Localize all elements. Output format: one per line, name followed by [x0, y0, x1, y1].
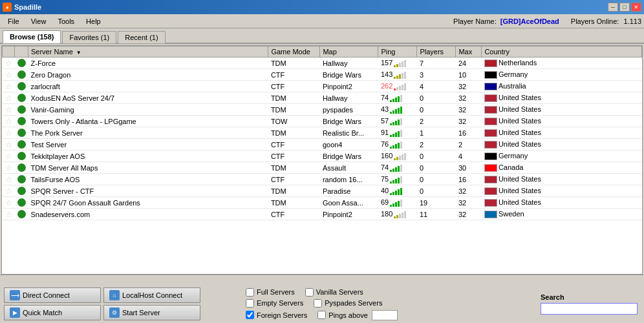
direct-connect-button[interactable]: ⟶ Direct Connect	[4, 287, 101, 303]
filter-pings-above[interactable]: Pings above 150	[317, 310, 398, 320]
star-cell[interactable]: ☆	[3, 151, 15, 162]
menu-file[interactable]: File	[3, 16, 25, 26]
server-name-cell[interactable]: Vanir-Gaming	[28, 104, 268, 116]
tab-browse[interactable]: Browse (158)	[3, 30, 61, 43]
favorite-star[interactable]: ☆	[5, 105, 12, 114]
star-cell[interactable]: ☆	[3, 57, 15, 69]
table-row[interactable]: ☆ Test Server CTF goon4 76 2 2 United St…	[3, 139, 642, 151]
col-gamemode[interactable]: Game Mode	[268, 47, 320, 57]
tab-favorites[interactable]: Favorites (1)	[62, 31, 116, 43]
server-name-cell[interactable]: XodusEN AoS Server 24/7	[28, 92, 268, 104]
star-cell[interactable]: ☆	[3, 139, 15, 151]
start-server-button[interactable]: ⚙ Start Server	[103, 305, 200, 320]
star-cell[interactable]: ☆	[3, 81, 15, 92]
favorite-star[interactable]: ☆	[5, 187, 12, 196]
col-star[interactable]	[3, 47, 15, 57]
server-name-cell[interactable]: TailsFurse AOS	[28, 174, 268, 185]
server-name-cell[interactable]: TDM Server All Maps	[28, 162, 268, 174]
star-cell[interactable]: ☆	[3, 197, 15, 209]
favorite-star[interactable]: ☆	[5, 59, 12, 68]
star-cell[interactable]: ☆	[3, 174, 15, 185]
table-row[interactable]: ☆ Vanir-Gaming TDM pyspades 43 0 32 Unit…	[3, 104, 642, 116]
server-name-cell[interactable]: SPQR 24/7 Goon Assault Gardens	[28, 197, 268, 209]
star-cell[interactable]: ☆	[3, 127, 15, 139]
table-row[interactable]: ☆ Snadeservers.com CTF Pinpoint2 180 11 …	[3, 209, 642, 220]
table-row[interactable]: ☆ SPQR 24/7 Goon Assault Gardens TDM Goo…	[3, 197, 642, 209]
server-name-cell[interactable]: SPQR Server - CTF	[28, 185, 268, 197]
table-row[interactable]: ☆ Z-Force TDM Hallway 157 7 24 Netherlan…	[3, 57, 642, 69]
col-map[interactable]: Map	[320, 47, 378, 57]
favorite-star[interactable]: ☆	[5, 152, 12, 161]
maximize-button[interactable]: □	[619, 3, 630, 12]
vanilla-servers-checkbox[interactable]	[305, 288, 314, 297]
favorite-star[interactable]: ☆	[5, 70, 12, 79]
quick-match-button[interactable]: ▶ Quick Match	[4, 305, 101, 320]
server-name-cell[interactable]: The Pork Server	[28, 127, 268, 139]
filter-pyspades-servers[interactable]: Pyspades Servers	[314, 299, 382, 307]
menu-view[interactable]: View	[26, 16, 52, 26]
window-controls[interactable]: ─ □ ✕	[608, 3, 641, 12]
full-servers-checkbox[interactable]	[246, 288, 254, 297]
star-cell[interactable]: ☆	[3, 104, 15, 116]
pings-above-input[interactable]: 150	[372, 310, 398, 320]
table-row[interactable]: ☆ TDM Server All Maps TDM Assault 74 0 3…	[3, 162, 642, 174]
table-row[interactable]: ☆ XodusEN AoS Server 24/7 TDM Hallway 74…	[3, 92, 642, 104]
filter-section: Full Servers Vanilla Servers Empty Serve…	[241, 288, 403, 320]
favorite-star[interactable]: ☆	[5, 94, 12, 103]
localhost-connect-button[interactable]: ⌂ LocalHost Connect	[103, 287, 200, 303]
star-cell[interactable]: ☆	[3, 162, 15, 174]
favorite-star[interactable]: ☆	[5, 163, 12, 172]
col-country[interactable]: Country	[482, 47, 642, 57]
server-name-cell[interactable]: Snadeservers.com	[28, 209, 268, 220]
close-button[interactable]: ✕	[631, 3, 641, 12]
minimize-button[interactable]: ─	[608, 3, 618, 12]
filter-full-servers[interactable]: Full Servers	[246, 288, 295, 297]
menu-help[interactable]: Help	[81, 16, 106, 26]
server-name-cell[interactable]: Zero Dragon	[28, 69, 268, 81]
col-ping[interactable]: Ping	[378, 47, 417, 57]
favorite-star[interactable]: ☆	[5, 210, 12, 219]
server-name-cell[interactable]: Z-Force	[28, 57, 268, 69]
favorite-star[interactable]: ☆	[5, 175, 12, 184]
server-name-cell[interactable]: Test Server	[28, 139, 268, 151]
server-name-cell[interactable]: Towers Only - Atlanta - LPGgame	[28, 116, 268, 127]
col-icon[interactable]	[15, 47, 28, 57]
table-row[interactable]: ☆ Zero Dragon CTF Bridge Wars 143 3 10 G…	[3, 69, 642, 81]
star-cell[interactable]: ☆	[3, 116, 15, 127]
table-row[interactable]: ☆ SPQR Server - CTF TDM Paradise 40 0 32…	[3, 185, 642, 197]
pyspades-servers-checkbox[interactable]	[314, 299, 322, 307]
col-max[interactable]: Max	[456, 47, 482, 57]
table-row[interactable]: ☆ Towers Only - Atlanta - LPGgame TOW Br…	[3, 116, 642, 127]
table-row[interactable]: ☆ zarlocraft CTF Pinpoint2 262 4 32 Aust…	[3, 81, 642, 92]
star-cell[interactable]: ☆	[3, 92, 15, 104]
table-row[interactable]: ☆ TailsFurse AOS CTF random 16... 75 0 1…	[3, 174, 642, 185]
star-cell[interactable]: ☆	[3, 69, 15, 81]
server-name-cell[interactable]: zarlocraft	[28, 81, 268, 92]
tab-recent[interactable]: Recent (1)	[118, 31, 165, 43]
col-players[interactable]: Players	[417, 47, 456, 57]
pings-above-checkbox[interactable]	[317, 311, 326, 319]
filter-empty-servers[interactable]: Empty Servers	[246, 299, 303, 307]
max-cell: 32	[456, 185, 482, 197]
star-cell[interactable]: ☆	[3, 185, 15, 197]
favorite-star[interactable]: ☆	[5, 129, 12, 138]
table-row[interactable]: ☆ Tekkitplayer AOS CTF Bridge Wars 160 0…	[3, 151, 642, 162]
app-title: Spadille	[14, 3, 41, 11]
favorite-star[interactable]: ☆	[5, 198, 12, 207]
menu-tools[interactable]: Tools	[52, 16, 80, 26]
country-cell: United States	[482, 116, 642, 127]
favorite-star[interactable]: ☆	[5, 140, 12, 149]
col-servername[interactable]: Server Name ▼	[28, 47, 268, 57]
table-row[interactable]: ☆ The Pork Server TDM Realistic Br... 91…	[3, 127, 642, 139]
foreign-servers-checkbox[interactable]	[246, 311, 254, 319]
favorite-star[interactable]: ☆	[5, 117, 12, 126]
search-input[interactable]	[541, 303, 638, 315]
gamemode-cell: TDM	[268, 185, 320, 197]
star-cell[interactable]: ☆	[3, 209, 15, 220]
favorite-star[interactable]: ☆	[5, 82, 12, 91]
filter-foreign-servers[interactable]: Foreign Servers	[246, 310, 307, 320]
empty-servers-checkbox[interactable]	[246, 299, 254, 307]
filter-vanilla-servers[interactable]: Vanilla Servers	[305, 288, 363, 297]
server-name-cell[interactable]: Tekkitplayer AOS	[28, 151, 268, 162]
table-scroll[interactable]: Server Name ▼ Game Mode Map Ping Players…	[2, 46, 642, 274]
